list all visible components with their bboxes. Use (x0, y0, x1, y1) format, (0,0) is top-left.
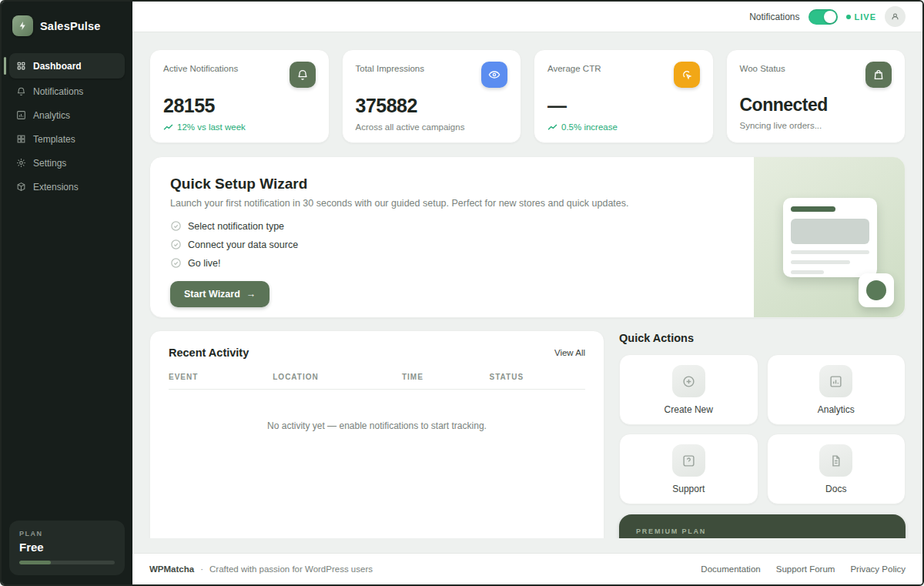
wizard-step: Select notification type (170, 220, 734, 232)
empty-state-message: No activity yet — enable notifications t… (169, 420, 585, 431)
view-all-link[interactable]: View All (554, 348, 585, 357)
column-header-time: TIME (402, 373, 490, 381)
arrow-right-icon: → (246, 289, 256, 300)
help-icon (672, 444, 705, 477)
wizard-steps: Select notification type Connect your da… (170, 220, 734, 269)
click-icon (674, 62, 700, 88)
notifications-toggle-label: Notifications (749, 12, 799, 22)
footer-separator: · (200, 564, 203, 574)
stat-subtext: Across all active campaigns (356, 122, 508, 132)
quick-setup-wizard-card: Quick Setup Wizard Launch your first not… (149, 156, 906, 318)
stat-card-active-notifications: Active Notifications 28155 12% vs last w… (149, 49, 330, 143)
app-window: SalesPulse Dashboard Notifications Analy… (0, 0, 924, 586)
bar-chart-icon (16, 110, 26, 120)
sidebar-item-label: Notifications (33, 86, 83, 97)
quick-action-support[interactable]: Support (619, 434, 758, 504)
dashboard-grid-icon (16, 61, 26, 71)
shopping-bag-icon (865, 62, 892, 88)
stat-label: Total Impressions (356, 62, 424, 73)
sidebar-item-label: Extensions (33, 182, 79, 193)
sidebar-item-label: Templates (33, 134, 75, 145)
sidebar-item-label: Settings (33, 158, 66, 169)
check-circle-icon (170, 220, 182, 232)
user-avatar[interactable] (885, 6, 906, 27)
wizard-step: Connect your data source (170, 239, 734, 250)
quick-action-label: Create New (665, 404, 713, 415)
sidebar: SalesPulse Dashboard Notifications Analy… (2, 2, 132, 584)
column-header-status: STATUS (490, 373, 585, 381)
quick-action-label: Analytics (818, 404, 855, 415)
toggle-knob (824, 11, 836, 23)
sidebar-item-dashboard[interactable]: Dashboard (9, 53, 125, 79)
notification-mockup (783, 198, 877, 277)
trending-up-icon (547, 124, 557, 131)
wizard-step: Go live! (170, 257, 734, 269)
sidebar-nav: Dashboard Notifications Analytics Templa… (9, 53, 125, 198)
stat-value: 28155 (163, 95, 316, 117)
bell-icon (290, 62, 316, 88)
footer-brand: WPMatcha (149, 564, 194, 574)
recent-activity-title: Recent Activity (169, 347, 249, 359)
package-icon (16, 182, 26, 192)
footer: WPMatcha · Crafted with passion for Word… (132, 553, 922, 584)
activity-table-header: EVENT LOCATION TIME STATUS (169, 373, 585, 390)
live-label: LIVE (855, 12, 876, 22)
plan-label: PLAN (19, 530, 115, 537)
sidebar-item-extensions[interactable]: Extensions (9, 176, 125, 198)
live-dot-icon (846, 15, 851, 19)
footer-links: Documentation Support Forum Privacy Poli… (701, 564, 906, 574)
wizard-title: Quick Setup Wizard (170, 176, 734, 193)
quick-action-label: Docs (825, 484, 846, 494)
quick-actions-grid: Create New Analytics Suppo (619, 354, 906, 504)
quick-action-create-new[interactable]: Create New (619, 354, 758, 425)
stat-trend: 12% vs last week (163, 122, 316, 132)
document-icon (819, 444, 852, 477)
column-header-location: LOCATION (273, 373, 402, 381)
quick-action-label: Support (672, 484, 705, 494)
stat-label: Woo Status (740, 62, 785, 73)
wizard-illustration (754, 157, 905, 317)
notifications-toggle[interactable] (808, 9, 838, 25)
quick-actions-title: Quick Actions (619, 332, 906, 344)
footer-link-support-forum[interactable]: Support Forum (776, 564, 835, 574)
grid-icon (16, 134, 26, 144)
stats-row: Active Notifications 28155 12% vs last w… (149, 49, 906, 143)
check-circle-icon (170, 239, 182, 250)
footer-link-documentation[interactable]: Documentation (701, 564, 760, 574)
stat-label: Average CTR (547, 62, 601, 73)
quick-action-docs[interactable]: Docs (767, 434, 906, 504)
stat-value: Connected (740, 95, 892, 116)
trending-up-icon (163, 124, 173, 131)
premium-badge: PREMIUM PLAN (636, 527, 889, 535)
plan-value: Free (19, 541, 115, 554)
stat-card-woo-status: Woo Status Connected Syncing live orders… (726, 49, 906, 143)
sidebar-item-settings[interactable]: Settings (9, 152, 125, 174)
bell-icon (16, 86, 26, 96)
main-area: Notifications LIVE Active Notifications (132, 2, 922, 584)
topbar: Notifications LIVE (132, 2, 922, 32)
right-column: Quick Actions Create New Ana (619, 330, 906, 538)
recent-activity-card: Recent Activity View All EVENT LOCATION … (149, 330, 604, 538)
sidebar-item-analytics[interactable]: Analytics (9, 104, 125, 126)
sidebar-item-templates[interactable]: Templates (9, 128, 125, 150)
person-icon (890, 12, 900, 22)
stat-label: Active Notifications (163, 62, 238, 73)
sidebar-item-notifications[interactable]: Notifications (9, 80, 125, 102)
quick-action-analytics[interactable]: Analytics (767, 354, 906, 425)
plan-progress-bar (19, 561, 115, 564)
eye-icon (481, 62, 507, 88)
sidebar-item-label: Analytics (33, 110, 70, 121)
stat-card-total-impressions: Total Impressions 375882 Across all acti… (342, 49, 522, 143)
check-circle-icon (170, 257, 182, 269)
wizard-description: Launch your first notification in 30 sec… (170, 198, 734, 209)
lower-row: Recent Activity View All EVENT LOCATION … (149, 330, 906, 538)
gear-icon (16, 158, 26, 168)
mockup-badge (859, 273, 894, 307)
stat-subtext: Syncing live orders... (740, 121, 892, 130)
footer-tagline: Crafted with passion for WordPress users (209, 564, 373, 574)
brand: SalesPulse (9, 12, 125, 47)
stat-trend: 0.5% increase (547, 122, 700, 132)
start-wizard-button[interactable]: Start Wizard→ (170, 281, 270, 307)
footer-link-privacy-policy[interactable]: Privacy Policy (850, 564, 906, 574)
sidebar-item-label: Dashboard (33, 61, 82, 72)
